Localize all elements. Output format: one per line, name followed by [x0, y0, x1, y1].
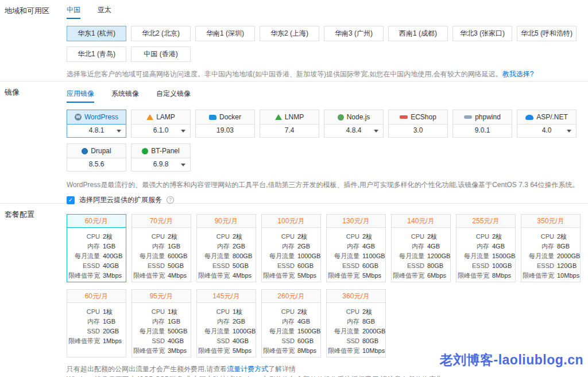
region-button[interactable]: 华东2 (上海)	[260, 26, 319, 41]
region-button[interactable]: 华北1 (青岛)	[67, 46, 126, 62]
plan-spec-label: CPU	[327, 232, 359, 242]
plan-spec-label: CPU	[132, 232, 165, 242]
image-card[interactable]: Node.js4.8.4	[324, 110, 384, 138]
plan-spec-row: 每月流量500GB	[132, 327, 191, 336]
image-version-select[interactable]: 8.5.6	[67, 158, 126, 171]
plan-spec-row: ESSD50GB	[197, 261, 256, 271]
plan-card[interactable]: 95元/月CPU1核内存1GB每月流量500GBSSD40GB限峰值带宽3Mbp…	[131, 289, 191, 357]
plan-spec-value: 60GB	[297, 261, 314, 271]
region-button[interactable]: 华南1 (深圳)	[195, 26, 255, 41]
image-version-select[interactable]: 19.03	[196, 125, 254, 137]
plan-card[interactable]: 60元/月CPU2核内存1GB每月流量400GBESSD40GB限峰值带宽3Mb…	[67, 214, 126, 282]
plan-spec-label: ESSD	[132, 261, 165, 271]
image-version-select[interactable]: 3.0	[389, 125, 447, 137]
plan-card[interactable]: 350元/月CPU2核内存8GB每月流量2000GBESSD120GB限峰值带宽…	[521, 214, 581, 282]
image-version-select[interactable]: 9.0.1	[453, 125, 512, 137]
plan-card[interactable]: 140元/月CPU2核内存4GB每月流量1200GBESSD80GB限峰值带宽6…	[391, 214, 451, 282]
plan-spec-row: ESSD100GB	[457, 261, 515, 271]
plan-card[interactable]: 145元/月CPU1核内存2GB每月流量1000GBSSD40GB限峰值带宽5M…	[196, 289, 256, 357]
image-tab-自定义镜像[interactable]: 自定义镜像	[156, 89, 191, 103]
image-card[interactable]: BT-Panel6.9.8	[131, 143, 191, 172]
plan-spec-row: ESSD60GB	[262, 261, 320, 271]
plan-card[interactable]: 360元/月CPU2核内存8GB每月流量2000GBSSD80GB限峰值带宽10…	[326, 289, 386, 357]
region-button[interactable]: 华北3 (张家口)	[452, 26, 512, 41]
image-tab-应用镜像[interactable]: 应用镜像	[67, 89, 94, 103]
plan-card[interactable]: 100元/月CPU2核内存2GB每月流量1000GBESSD60GB限峰值带宽5…	[261, 214, 321, 282]
plan-spec-value: 2000GB	[557, 251, 580, 261]
image-tab-bar: 应用镜像系统镜像自定义镜像	[67, 89, 588, 103]
plan-spec-row: 内存4GB	[457, 242, 515, 251]
region-button[interactable]: 华东1 (杭州)	[67, 26, 126, 41]
plan-spec-label: 每月流量	[132, 327, 165, 336]
plan-card[interactable]: 260元/月CPU2核内存4GB每月流量1500GBSSD60GB限峰值带宽8M…	[261, 289, 321, 357]
plan-spec-value: 2000GB	[362, 327, 385, 336]
region-tab-bar: 中国亚太	[67, 5, 588, 19]
plan-spec-value: 2核	[297, 307, 307, 317]
image-card[interactable]: Docker19.03	[195, 110, 255, 138]
image-version-select[interactable]: 6.1.0	[131, 125, 190, 137]
plan-spec-row: ESSD80GB	[392, 261, 450, 271]
plan-card[interactable]: 90元/月CPU2核内存2GB每月流量800GBESSD50GB限峰值带宽4Mb…	[196, 214, 256, 282]
image-card[interactable]: ASP/.NET4.0	[517, 110, 577, 138]
image-version-select[interactable]: 7.4	[260, 125, 319, 137]
plan-spec-row: 内存1GB	[67, 242, 126, 251]
plan-spec-value: 1GB	[103, 242, 115, 251]
plan-spec-row: CPU2核	[67, 232, 126, 242]
plan-card[interactable]: 60元/月CPU1核内存1GBSSD20GB限峰值带宽1Mbps	[67, 289, 126, 357]
plan-price: 130元/月	[327, 215, 385, 228]
plan-spec-label: 限峰值带宽	[327, 271, 359, 281]
image-card-name: phpwind	[475, 113, 501, 121]
plan-card[interactable]: 130元/月CPU2核内存4GB每月流量1100GBESSD60GB限峰值带宽5…	[326, 214, 386, 282]
image-version-select[interactable]: 4.8.1	[67, 125, 126, 137]
plan-price: 60元/月	[67, 290, 126, 303]
region-button[interactable]: 华北2 (北京)	[131, 26, 191, 41]
plan-spec-row: 每月流量1100GB	[327, 251, 385, 261]
region-button[interactable]: 中国 (香港)	[131, 46, 191, 62]
image-card[interactable]: ECShop3.0	[388, 110, 448, 138]
region-tab-亚太[interactable]: 亚太	[98, 5, 111, 19]
plan-spec-value: 2核	[362, 307, 372, 317]
plan-spec-label: SSD	[67, 327, 100, 336]
plan-spec-row: CPU2核	[327, 232, 385, 242]
image-card[interactable]: phpwind9.0.1	[452, 110, 512, 138]
image-card[interactable]: LAMP6.1.0	[131, 110, 191, 138]
image-card[interactable]: Drupal8.5.6	[67, 143, 126, 172]
region-button[interactable]: 西南1 (成都)	[388, 26, 448, 41]
plan-spec-label: ESSD	[327, 261, 359, 271]
plan-card[interactable]: 70元/月CPU2核内存1GB每月流量600GBESSD50GB限峰值带宽4Mb…	[131, 214, 191, 282]
image-version-select[interactable]: 4.8.4	[324, 125, 383, 137]
image-tab-系统镜像[interactable]: 系统镜像	[111, 89, 139, 103]
image-card-header: ECShop	[389, 110, 447, 125]
plan-spec-label: 内存	[327, 242, 359, 251]
extension-service-checkbox[interactable]	[67, 196, 75, 204]
help-question-icon[interactable]	[167, 196, 174, 204]
traffic-billing-link[interactable]: 流量计费方式	[227, 365, 268, 373]
drupal-icon	[82, 148, 88, 154]
plan-spec-label: CPU	[67, 232, 100, 242]
region-tab-中国[interactable]: 中国	[67, 5, 80, 19]
region-button[interactable]: 华南3 (广州)	[324, 26, 384, 41]
help-me-choose-link[interactable]: 教我选择?	[502, 70, 534, 78]
plan-spec-row: 限峰值带宽10Mbps	[327, 346, 385, 356]
plan-specs: CPU2核内存8GB每月流量2000GBSSD80GB限峰值带宽10Mbps	[327, 303, 385, 360]
plan-spec-row: ESSD120GB	[521, 261, 580, 271]
plan-spec-value: 600GB	[168, 251, 187, 261]
plan-price: 360元/月	[327, 290, 385, 303]
site-watermark: 老刘博客-laoliublog.cn	[440, 351, 584, 369]
image-card[interactable]: LNMP7.4	[260, 110, 319, 138]
windows-note: Windows镜像需要至少40GB SSD磁盘,非中国大陆地域Windows实例…	[67, 375, 588, 377]
plan-spec-row: CPU2核	[132, 232, 191, 242]
plan-spec-value: 5Mbps	[297, 271, 316, 281]
plan-spec-label: 限峰值带宽	[197, 271, 230, 281]
image-version-select[interactable]: 4.0	[517, 125, 576, 137]
plan-spec-label: CPU	[521, 232, 554, 242]
image-card[interactable]: WordPress4.8.1	[67, 110, 126, 138]
image-version-select[interactable]: 6.9.8	[131, 158, 190, 171]
plan-grid-row2: 60元/月CPU1核内存1GBSSD20GB限峰值带宽1Mbps95元/月CPU…	[67, 289, 588, 357]
plan-spec-label: 限峰值带宽	[67, 336, 100, 346]
plan-card[interactable]: 255元/月CPU2核内存4GB每月流量1500GBESSD100GB限峰值带宽…	[456, 214, 516, 282]
plan-price: 255元/月	[457, 215, 515, 228]
plan-spec-label: 内存	[67, 242, 100, 251]
plan-spec-label: CPU	[67, 307, 100, 317]
region-button[interactable]: 华北5 (呼和浩特)	[517, 26, 577, 41]
